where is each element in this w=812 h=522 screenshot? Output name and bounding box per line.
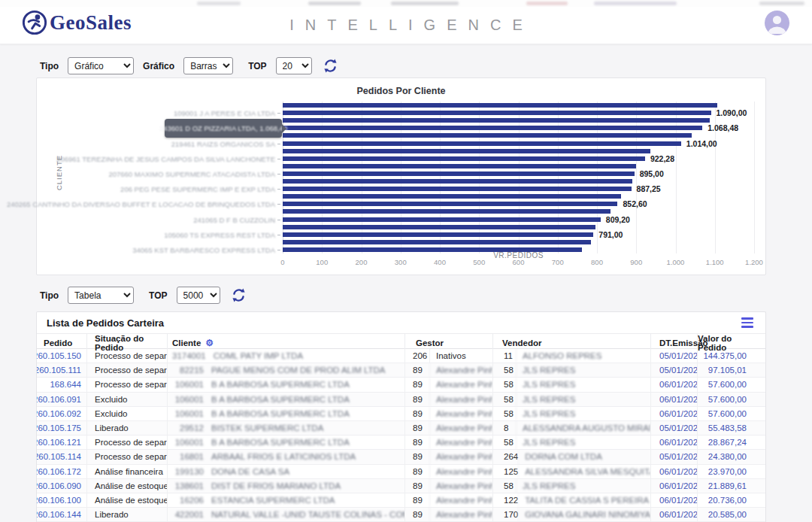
table-row: 260.105.150Processo de separação3174001C… (37, 349, 765, 363)
situacao-cell: Excluido (87, 407, 168, 420)
chart-gridline (558, 102, 559, 253)
chart-bar[interactable] (283, 179, 632, 184)
pedido-link[interactable]: 260.105.111 (37, 363, 87, 377)
situacao-cell: Análise financeira (87, 465, 168, 478)
vendedor-cell: 58JLS REPRES (493, 363, 651, 377)
top-label-2: TOP (149, 290, 167, 301)
cliente-cell: 138601DIST DE FRIOS MARIANO LTDA (168, 479, 405, 493)
table-body: 260.105.150Processo de separação3174001C… (37, 349, 765, 522)
pedido-link[interactable]: 260.105.175 (37, 421, 87, 435)
dt-emissao-cell: 06/01/2026 (651, 479, 698, 493)
valor-cell: 20.585,00 (698, 508, 766, 521)
table-row: 260.105.114Processo de separação16801ARB… (37, 450, 765, 464)
y-axis-tick (277, 144, 280, 144)
refresh-chart-button[interactable] (323, 58, 338, 74)
tipo-select-1[interactable]: Gráfico (68, 57, 134, 74)
tipo-select-2[interactable]: Tabela (68, 287, 134, 304)
chart-bar[interactable] (283, 149, 650, 153)
chart-bar[interactable] (283, 118, 710, 123)
situacao-cell: Processo de separação (87, 363, 168, 377)
bar-value-label: 895,00 (640, 169, 664, 178)
situacao-cell: Análise de estoque (87, 479, 168, 493)
dt-emissao-cell: 06/01/2026 (651, 436, 698, 449)
gestor-cell: 206Inativos (405, 349, 493, 363)
user-avatar[interactable] (765, 11, 789, 35)
product-title: INTELLIGENCE (0, 17, 812, 34)
cliente-cell: 106001B A BARBOSA SUPERMERC LTDA (168, 436, 405, 449)
chart-bar[interactable] (283, 111, 711, 115)
top-select-1[interactable]: 20 (276, 57, 312, 74)
chart-gridline (401, 102, 401, 253)
pedido-link[interactable]: 260.106.090 (37, 479, 87, 493)
chart-title: Pedidos Por Cliente (37, 86, 765, 96)
pedido-link[interactable]: 260.106.091 (37, 393, 87, 406)
table-row: 260.106.100Análise de estoque16206ESTANC… (37, 493, 765, 508)
chart-bar[interactable] (283, 164, 636, 168)
pedido-link[interactable]: 168.644 (37, 378, 87, 391)
chart-bar[interactable] (283, 141, 681, 146)
chart-bar[interactable] (283, 187, 632, 191)
chart-bar[interactable] (283, 171, 635, 176)
bar-category-label: 105060 TS EXPRESS REST LTDA (164, 230, 275, 238)
bar-value-label: 1.014,00 (686, 139, 717, 148)
dt-emissao-cell: 05/01/2026 (651, 349, 698, 363)
table-menu-icon[interactable] (740, 316, 755, 329)
chart-bar[interactable] (283, 126, 702, 130)
pedido-link[interactable]: 260.106.092 (37, 407, 87, 420)
situacao-cell: Liberado (87, 508, 168, 521)
chart-bar[interactable] (283, 194, 621, 199)
chart-gridline (362, 102, 362, 253)
chart-bar[interactable] (283, 217, 601, 222)
gestor-cell: 89Alexandre Pinheiro (405, 378, 493, 391)
valor-cell: 23.970,00 (698, 465, 766, 478)
y-axis-tick (277, 189, 280, 190)
refresh-table-button[interactable] (231, 287, 247, 303)
table-row: 260.106.121Processo de separação106001B … (37, 436, 765, 450)
chart-bar[interactable] (283, 202, 617, 206)
grafico-label: Gráfico (143, 61, 174, 71)
app-header: GeoSales INTELLIGENCE (0, 7, 812, 44)
pedido-link[interactable]: 260.106.172 (37, 465, 87, 478)
chart-gridline (519, 102, 520, 253)
vendedor-cell: 58JLS REPRES (493, 393, 651, 406)
valor-cell: 28.867,24 (698, 436, 766, 449)
valor-cell: 24.380,00 (698, 450, 766, 463)
pedido-link[interactable]: 260.106.144 (37, 508, 87, 521)
pedido-link[interactable]: 260.106.121 (37, 436, 87, 449)
chart-bar[interactable] (283, 240, 591, 244)
pedido-link[interactable]: 260.106.100 (37, 493, 87, 507)
refresh-icon (231, 287, 247, 303)
cliente-cell: 16801ARBAAL FRIOS E LATICINIOS LTDA (168, 450, 405, 463)
gestor-cell: 89Alexandre Pinheiro (405, 363, 493, 377)
bar-category-label: 109001 J A PERES E CIA LTDA (174, 109, 275, 117)
chart-bar[interactable] (283, 225, 595, 229)
vendedor-cell: 58JLS REPRES (493, 378, 651, 391)
cliente-cell: 106001B A BARBOSA SUPERMERC LTDA (168, 393, 405, 406)
table-header-row: Pedido Situação do Pedido Cliente ⚙ Gest… (37, 334, 765, 349)
gestor-cell: 89Alexandre Pinheiro (405, 421, 493, 435)
top-select-2[interactable]: 5000 (177, 287, 220, 304)
chart-bar[interactable] (283, 133, 692, 138)
pedido-link[interactable]: 260.105.150 (37, 349, 87, 363)
chart-tooltip-text: 343601 D OZ PIZZARIA LTDA, 1.068,48 (159, 124, 287, 132)
bar-value-label: 791,00 (598, 230, 623, 239)
dt-emissao-cell: 05/01/2026 (651, 421, 698, 435)
grafico-select[interactable]: Barras (183, 57, 233, 74)
gestor-cell: 89Alexandre Pinheiro (405, 508, 493, 521)
cliente-settings-gear-icon[interactable]: ⚙ (205, 338, 214, 348)
chart-bar[interactable] (283, 209, 611, 214)
bar-value-label: 852,60 (623, 199, 647, 208)
valor-cell: 57.600,00 (698, 393, 766, 406)
table-row: 260.106.172Análise financeira199130DONA … (37, 465, 765, 479)
chart-tooltip: 343601 D OZ PIZZARIA LTDA, 1.068,48 (165, 119, 282, 138)
y-axis-tick (277, 174, 280, 175)
dt-emissao-cell: 05/01/2026 (651, 363, 698, 377)
chart-bar[interactable] (283, 156, 645, 161)
bar-category-label: 219461 RAIZS ORGANICOS SA (171, 139, 275, 147)
pedido-link[interactable]: 260.105.114 (37, 450, 87, 463)
situacao-cell: Excluido (87, 393, 168, 406)
y-axis-tick (277, 204, 280, 205)
chart-bar[interactable] (283, 232, 593, 237)
situacao-cell: Liberado (87, 421, 168, 435)
chart-bar[interactable] (283, 103, 717, 108)
